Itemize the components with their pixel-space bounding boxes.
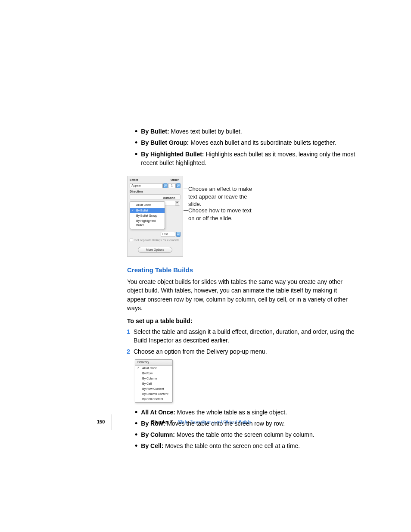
bullet-dot-icon: • xyxy=(135,431,137,439)
bullet-text: By Highlighted Bullet: Highlights each b… xyxy=(141,150,355,168)
chevron-updown-icon[interactable]: ▴▾ xyxy=(163,183,168,188)
effect-popup[interactable]: Appear xyxy=(130,183,163,188)
duration-label: Duration xyxy=(163,196,175,199)
bullet-item: • By Bullet: Moves text bullet by bullet… xyxy=(127,127,355,136)
step-text: Select the table and assign it a build e… xyxy=(134,327,355,345)
order-label: Order xyxy=(171,178,179,182)
more-options-button[interactable]: More Options xyxy=(138,247,172,253)
delivery-item[interactable]: By Column Content xyxy=(135,392,172,397)
chapter-label: Chapter 7 xyxy=(151,419,173,426)
bullet-desc: Moves text bullet by bullet. xyxy=(171,128,242,135)
bullet-item: • By Column: Moves the table onto the sc… xyxy=(127,430,355,439)
bullet-dot-icon: • xyxy=(135,128,137,135)
stepper-icon[interactable]: ▴▾ xyxy=(175,201,179,205)
effect-label: Effect xyxy=(130,178,138,182)
delivery-item[interactable]: By Cell Content xyxy=(135,397,172,402)
callout-line xyxy=(184,210,188,211)
bullet-item: • By Bullet Group: Moves each bullet and… xyxy=(127,138,355,147)
step-text: Choose an option from the Delivery pop-u… xyxy=(134,347,355,356)
step-number: 2 xyxy=(125,347,134,356)
bullet-dot-icon: • xyxy=(135,139,137,146)
step-number: 1 xyxy=(125,327,134,336)
page-footer: 150 Chapter 7 Slide Transitions and Obje… xyxy=(97,414,355,430)
bullet-item: • By Highlighted Bullet: Highlights each… xyxy=(127,150,355,168)
popup-item[interactable]: By Bullet Group xyxy=(130,213,165,218)
callout-line xyxy=(184,189,188,189)
timings-checkbox-label: Set separate timings for elements xyxy=(134,238,179,243)
delivery-item[interactable]: By Cell xyxy=(135,381,172,386)
delivery-text-popup[interactable]: All at Once ✓By Bullet By Bullet Group B… xyxy=(130,201,165,229)
direction-label: Direction xyxy=(130,190,181,194)
chapter-title: Slide Transitions and Object Builds xyxy=(178,419,251,426)
timings-checkbox[interactable] xyxy=(130,239,133,242)
bullet-desc: Moves the table onto the screen column b… xyxy=(177,431,314,438)
step-item: 2 Choose an option from the Delivery pop… xyxy=(127,347,355,356)
bullet-label: By Highlighted Bullet: xyxy=(141,151,204,158)
check-icon: ✓ xyxy=(137,366,140,370)
footer-divider xyxy=(112,414,112,430)
bullet-dot-icon: • xyxy=(135,150,137,158)
bullet-dot-icon: • xyxy=(135,442,137,450)
popup-item[interactable]: All at Once xyxy=(130,202,165,208)
bullet-text: By Bullet: Moves text bullet by bullet. xyxy=(141,127,355,136)
bullet-label: By Column: xyxy=(141,431,175,438)
delivery-item[interactable]: By Row xyxy=(135,371,172,376)
bullet-label: By Bullet Group: xyxy=(141,139,189,146)
bullet-desc: Moves each bullet and its subordinate bu… xyxy=(190,139,336,146)
step-item: 1 Select the table and assign it a build… xyxy=(127,327,355,345)
build-inspector-panel: Effect Order Appear ▴▾ 1 ▴▾ Direction Du… xyxy=(127,176,183,257)
bullet-desc: Moves the table onto the screen one cell… xyxy=(165,442,300,449)
delivery-popup-header: Delivery xyxy=(135,360,172,365)
delivery-item[interactable]: ✓All at Once xyxy=(135,366,172,371)
check-icon: ✓ xyxy=(131,208,134,212)
delivery-popup-menu[interactable]: Delivery ✓All at Once By Row By Column B… xyxy=(135,359,173,402)
chevron-updown-icon[interactable]: ▴▾ xyxy=(176,232,181,237)
duration-stepper[interactable]: ▴▾ xyxy=(163,201,180,206)
bullet-label: By Cell: xyxy=(141,442,163,449)
inspector-figure: Effect Order Appear ▴▾ 1 ▴▾ Direction Du… xyxy=(127,176,355,257)
bullet-list-top: • By Bullet: Moves text bullet by bullet… xyxy=(127,127,355,167)
popup-item[interactable]: By Highlighted Bullet xyxy=(130,218,165,228)
popup-item-selected[interactable]: ✓By Bullet xyxy=(130,208,165,213)
delivery-item[interactable]: By Column xyxy=(135,376,172,381)
order-field[interactable]: 1 xyxy=(168,183,176,188)
page-number: 150 xyxy=(97,419,105,426)
last-popup[interactable]: Last xyxy=(161,232,175,237)
delivery-item[interactable]: By Row Content xyxy=(135,386,172,392)
section-paragraph: You create object builds for slides with… xyxy=(127,277,355,312)
callout-text: Choose how to move text on or off the sl… xyxy=(188,207,257,222)
bullet-text: By Bullet Group: Moves each bullet and i… xyxy=(141,138,355,147)
procedure-heading: To set up a table build: xyxy=(127,317,355,325)
bullet-label: By Bullet: xyxy=(141,128,169,135)
section-heading: Creating Table Builds xyxy=(127,265,355,275)
chevron-updown-icon[interactable]: ▴▾ xyxy=(176,183,181,188)
bullet-item: • By Cell: Moves the table onto the scre… xyxy=(127,442,355,450)
callout-text: Choose an effect to make text appear or … xyxy=(188,185,257,208)
